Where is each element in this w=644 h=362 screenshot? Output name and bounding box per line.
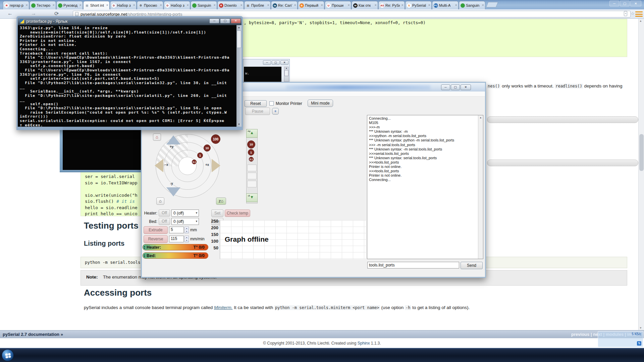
sphinx-link[interactable]: Sphinx bbox=[358, 341, 370, 346]
start-button[interactable] bbox=[2, 349, 14, 361]
back-icon[interactable]: ← bbox=[7, 10, 13, 16]
heater-temp-bar[interactable]: ▲▼ Heater: T° 0/0 bbox=[143, 244, 208, 250]
miniterm-link[interactable]: Miniterm. bbox=[214, 305, 233, 310]
tab-close-icon[interactable]: × bbox=[428, 3, 430, 7]
tab-close-icon[interactable]: × bbox=[214, 3, 216, 7]
close-button[interactable]: ✕ bbox=[461, 84, 471, 90]
window-close-button[interactable]: ✕ bbox=[630, 1, 641, 6]
translate-icon[interactable]: ꭺ bbox=[624, 11, 628, 16]
browser-tab[interactable]: Тестиро × bbox=[30, 1, 56, 9]
close-icon[interactable]: ✕ bbox=[280, 60, 288, 65]
check-temp-button[interactable]: Check temp bbox=[225, 209, 250, 217]
scroll-up-icon[interactable]: ▲ bbox=[478, 115, 483, 120]
scroll-up-icon[interactable]: ▲ bbox=[284, 67, 288, 69]
tab-close-icon[interactable]: × bbox=[375, 3, 377, 7]
doc-title-link[interactable]: pySerial 2.7 documentation » bbox=[3, 332, 63, 337]
send-button[interactable]: Send bbox=[461, 262, 483, 269]
z-step-10-badge[interactable]: 10 bbox=[247, 140, 255, 148]
browser-tab[interactable]: Sanguin × bbox=[459, 1, 485, 9]
fragment-scrollbar[interactable]: ▲ bbox=[284, 67, 289, 82]
console-output[interactable]: 3363\gviz.py", line 154, in resize newsi… bbox=[18, 25, 241, 127]
bed-temp-bar[interactable]: ▲▼ Bed: T° 0/0 bbox=[143, 252, 208, 259]
browser-tab[interactable]: AS Re: PySe × bbox=[378, 1, 405, 9]
jog-x-plus-arrow[interactable] bbox=[212, 159, 220, 172]
scroll-up-icon[interactable]: ▲ bbox=[236, 25, 241, 30]
z-step-1-badge[interactable]: 1 bbox=[248, 149, 254, 156]
maximize-button[interactable]: ▢ bbox=[451, 84, 460, 90]
close-button[interactable]: ✕ bbox=[231, 18, 241, 23]
browser-tab[interactable]: ▤ Short int × bbox=[83, 1, 110, 9]
tab-close-icon[interactable]: × bbox=[321, 3, 323, 7]
browser-tab[interactable]: D Набор з × bbox=[164, 1, 190, 9]
browser-tab[interactable]: Sanguin × bbox=[191, 1, 217, 9]
minimize-button[interactable]: ─ bbox=[441, 84, 450, 90]
pause-button[interactable]: Pause bbox=[245, 108, 270, 115]
mini-mode-button[interactable]: Mini mode bbox=[308, 100, 333, 107]
new-tab-button[interactable] bbox=[486, 2, 498, 7]
jog-y-plus-arrow[interactable] bbox=[166, 135, 180, 144]
jog-step-1-badge[interactable]: 1 bbox=[197, 153, 203, 158]
tab-close-icon[interactable]: × bbox=[482, 3, 484, 7]
heater-profile-select[interactable]: 0 (off)▼ bbox=[171, 209, 199, 217]
browser-tab[interactable]: S PySerial × bbox=[405, 1, 432, 9]
z-minus-button[interactable]: -z ▼ bbox=[246, 193, 258, 202]
log-scrollbar[interactable]: ▲ bbox=[478, 115, 483, 259]
browser-tab[interactable]: ⚙ Просмо × bbox=[137, 1, 163, 9]
maximize-button[interactable]: ▢ bbox=[220, 18, 230, 23]
browser-tab[interactable]: B Первый × bbox=[298, 1, 324, 9]
minimize-icon[interactable]: ─ bbox=[263, 60, 271, 65]
tab-close-icon[interactable]: × bbox=[455, 3, 457, 7]
tab-close-icon[interactable]: × bbox=[401, 3, 404, 7]
bookmark-star-icon[interactable]: ☆ bbox=[631, 11, 635, 16]
z-step-0.1-badge[interactable]: 0.1 bbox=[249, 157, 254, 162]
jog-step-100-badge[interactable]: 100 bbox=[211, 134, 220, 144]
jog-x-minus-arrow[interactable] bbox=[155, 159, 163, 172]
browser-tab[interactable]: Руковод × bbox=[56, 1, 83, 9]
monitor-printer-checkbox[interactable] bbox=[269, 101, 274, 106]
z-plus-button[interactable]: +z ▲ bbox=[246, 129, 258, 138]
tab-close-icon[interactable]: × bbox=[53, 3, 55, 7]
window-maximize-button[interactable]: ▢ bbox=[620, 1, 630, 6]
add-button[interactable]: + bbox=[272, 108, 279, 115]
window-minimize-button[interactable]: ─ bbox=[609, 1, 619, 6]
background-window[interactable]: ─ ▢ ✕ ы. ▲ bbox=[243, 59, 290, 82]
console-scrollbar[interactable]: ▲ ▼ bbox=[236, 25, 241, 127]
tab-close-icon[interactable]: × bbox=[26, 3, 28, 7]
tab-close-icon[interactable]: × bbox=[160, 3, 162, 7]
network-meter-overlay[interactable]: 5 КБ/с ⇅ bbox=[598, 331, 643, 347]
minimize-button[interactable]: ─ bbox=[209, 18, 219, 23]
tab-close-icon[interactable]: × bbox=[240, 3, 243, 7]
browser-tab[interactable]: U Проши × bbox=[325, 1, 351, 9]
jog-y-minus-arrow[interactable] bbox=[166, 187, 180, 196]
tab-close-icon[interactable]: × bbox=[294, 3, 296, 7]
scroll-down-icon[interactable]: ▼ bbox=[236, 122, 241, 127]
console-titlebar[interactable]: pronterface.py - Ярлык ─ ▢ ✕ bbox=[18, 17, 241, 25]
browser-tab[interactable]: PC Multi-A × bbox=[432, 1, 459, 9]
tab-close-icon[interactable]: × bbox=[79, 3, 82, 7]
feedrate-stepper[interactable]: ▴▾ bbox=[184, 236, 189, 242]
browser-tab[interactable]: ▦ Пробле × bbox=[244, 1, 271, 9]
browser-tab[interactable]: R Downlo × bbox=[217, 1, 244, 9]
extrude-button[interactable]: Extrude bbox=[144, 226, 168, 234]
heater-off-button[interactable]: Off bbox=[159, 209, 170, 217]
command-input[interactable] bbox=[367, 262, 459, 268]
jog-step-10-badge[interactable]: 10 bbox=[204, 144, 211, 152]
home-all-button[interactable]: ⌂ bbox=[153, 133, 161, 141]
scroll-up-icon[interactable]: ▲ bbox=[639, 19, 642, 22]
home-z-button[interactable]: z⌂ bbox=[216, 197, 226, 205]
home-xy-button[interactable]: ⌂ bbox=[156, 197, 164, 205]
bed-profile-select[interactable]: 0 (off)▼ bbox=[171, 218, 199, 225]
scrollbar-thumb[interactable] bbox=[639, 134, 644, 171]
extrude-amount-stepper[interactable]: ▴▾ bbox=[184, 227, 189, 233]
page-scrollbar[interactable]: ▲ ▼ bbox=[638, 19, 644, 330]
browser-tab[interactable]: ta Re: Can' × bbox=[271, 1, 298, 9]
tab-close-icon[interactable]: × bbox=[267, 3, 269, 7]
log-panel[interactable]: Connecting...M105>>>-m*** Unknown syntax… bbox=[367, 115, 483, 259]
maximize-icon[interactable]: ▢ bbox=[272, 60, 280, 65]
tab-close-icon[interactable]: × bbox=[348, 3, 350, 7]
reverse-button[interactable]: Reverse bbox=[144, 235, 168, 243]
browser-menu-icon[interactable] bbox=[635, 11, 643, 17]
browser-tab[interactable]: D Набор з × bbox=[110, 1, 137, 9]
browser-tab[interactable]: M Как отк × bbox=[352, 1, 378, 9]
extrude-amount-field[interactable]: 5 bbox=[169, 227, 184, 233]
